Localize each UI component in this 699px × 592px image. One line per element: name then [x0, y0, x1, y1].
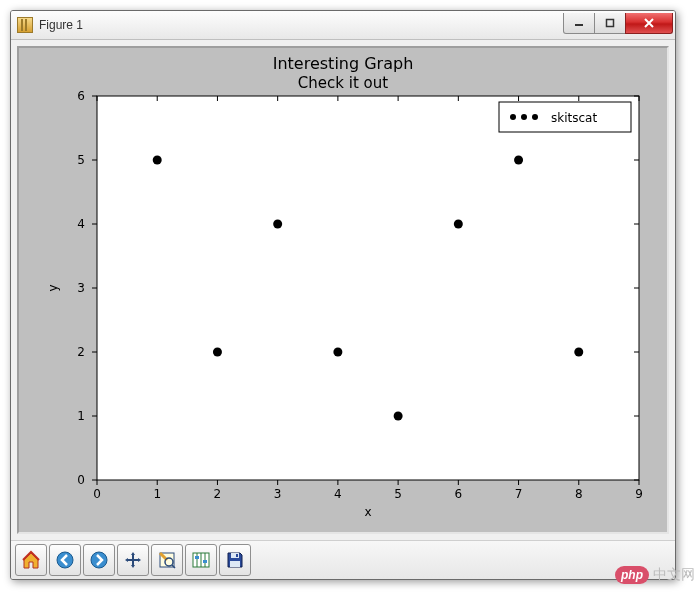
legend: skitscat — [499, 102, 631, 132]
back-icon — [55, 550, 75, 570]
svg-text:1: 1 — [153, 487, 161, 501]
svg-line-71 — [172, 565, 175, 568]
figure-window: Figure 1 Interesting Graph Check it out … — [10, 10, 676, 580]
plot-area[interactable]: Interesting Graph Check it out 012345678… — [17, 46, 669, 534]
back-button[interactable] — [49, 544, 81, 576]
forward-button[interactable] — [83, 544, 115, 576]
svg-point-54 — [213, 348, 222, 357]
titlebar[interactable]: Figure 1 — [11, 11, 675, 40]
svg-rect-79 — [230, 561, 240, 567]
svg-point-60 — [574, 348, 583, 357]
home-icon — [21, 550, 41, 570]
svg-text:2: 2 — [214, 487, 222, 501]
minimize-icon — [574, 18, 584, 28]
chart-canvas: 0123456789 0123456 x y skitscat — [19, 48, 663, 528]
svg-point-66 — [91, 552, 107, 568]
svg-point-56 — [333, 348, 342, 357]
app-icon — [17, 17, 33, 33]
svg-text:0: 0 — [77, 473, 85, 487]
svg-rect-80 — [236, 554, 238, 557]
svg-rect-76 — [195, 556, 199, 559]
svg-point-63 — [521, 114, 527, 120]
svg-text:9: 9 — [635, 487, 643, 501]
svg-rect-1 — [607, 20, 614, 27]
window-title: Figure 1 — [39, 18, 564, 32]
svg-text:6: 6 — [77, 89, 85, 103]
svg-point-59 — [514, 156, 523, 165]
axes-frame — [97, 96, 639, 480]
svg-text:4: 4 — [77, 217, 85, 231]
nav-toolbar — [11, 540, 675, 579]
svg-text:4: 4 — [334, 487, 342, 501]
forward-icon — [89, 550, 109, 570]
configure-icon — [191, 550, 211, 570]
x-axis-label: x — [364, 505, 371, 519]
svg-text:1: 1 — [77, 409, 85, 423]
svg-point-55 — [273, 220, 282, 229]
svg-text:3: 3 — [274, 487, 282, 501]
maximize-icon — [605, 18, 615, 28]
pan-icon — [123, 550, 143, 570]
client-area: Interesting Graph Check it out 012345678… — [11, 40, 675, 540]
svg-point-65 — [57, 552, 73, 568]
svg-text:5: 5 — [394, 487, 402, 501]
save-icon — [225, 550, 245, 570]
legend-label: skitscat — [551, 111, 597, 125]
svg-point-58 — [454, 220, 463, 229]
svg-text:5: 5 — [77, 153, 85, 167]
svg-point-62 — [510, 114, 516, 120]
zoom-button[interactable] — [151, 544, 183, 576]
pan-button[interactable] — [117, 544, 149, 576]
maximize-button[interactable] — [594, 13, 626, 34]
save-button[interactable] — [219, 544, 251, 576]
svg-text:6: 6 — [455, 487, 463, 501]
svg-rect-77 — [203, 560, 207, 563]
svg-text:2: 2 — [77, 345, 85, 359]
zoom-icon — [157, 550, 177, 570]
svg-text:8: 8 — [575, 487, 583, 501]
home-button[interactable] — [15, 544, 47, 576]
window-controls — [564, 13, 673, 33]
configure-button[interactable] — [185, 544, 217, 576]
minimize-button[interactable] — [563, 13, 595, 34]
svg-text:3: 3 — [77, 281, 85, 295]
svg-text:7: 7 — [515, 487, 523, 501]
close-icon — [643, 17, 655, 29]
svg-point-53 — [153, 156, 162, 165]
close-button[interactable] — [625, 13, 673, 34]
svg-text:0: 0 — [93, 487, 101, 501]
svg-point-57 — [394, 412, 403, 421]
y-axis-label: y — [46, 284, 60, 291]
svg-point-64 — [532, 114, 538, 120]
